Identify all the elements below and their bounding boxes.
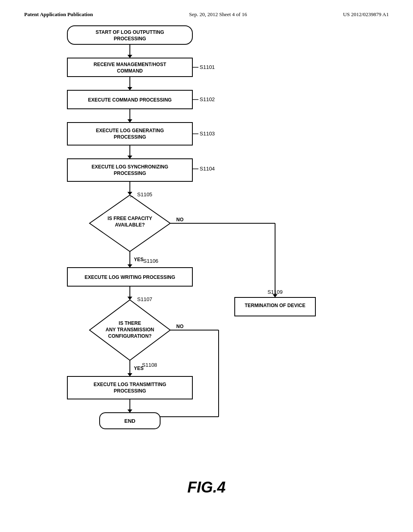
svg-text:S1102: S1102 bbox=[200, 96, 215, 102]
svg-text:NO: NO bbox=[176, 217, 184, 222]
svg-text:S1105: S1105 bbox=[137, 191, 152, 197]
svg-text:CONFIGURATION?: CONFIGURATION? bbox=[108, 333, 152, 339]
page-content: START OF LOG OUTPUTTING PROCESSING RECEI… bbox=[0, 18, 413, 496]
svg-text:S1109: S1109 bbox=[267, 289, 283, 295]
svg-marker-4 bbox=[127, 55, 132, 58]
svg-text:PROCESSING: PROCESSING bbox=[114, 388, 146, 394]
svg-text:PROCESSING: PROCESSING bbox=[114, 134, 146, 140]
svg-text:ANY TRANSMISSION: ANY TRANSMISSION bbox=[106, 327, 154, 332]
svg-text:S1108: S1108 bbox=[142, 362, 157, 368]
header-publication-label: Patent Application Publication bbox=[24, 11, 93, 18]
svg-marker-40 bbox=[127, 264, 132, 268]
svg-marker-17 bbox=[127, 119, 132, 123]
header-date-sheet: Sep. 20, 2012 Sheet 4 of 16 bbox=[189, 11, 247, 18]
svg-rect-18 bbox=[67, 123, 192, 145]
svg-text:START OF LOG OUTPUTTING: START OF LOG OUTPUTTING bbox=[96, 29, 164, 35]
svg-text:PROCESSING: PROCESSING bbox=[114, 170, 146, 176]
svg-text:EXECUTE COMMAND PROCESSING: EXECUTE COMMAND PROCESSING bbox=[88, 97, 171, 103]
svg-text:TERMINATION OF DEVICE: TERMINATION OF DEVICE bbox=[245, 303, 305, 308]
svg-text:NO: NO bbox=[176, 324, 184, 329]
svg-text:S1101: S1101 bbox=[200, 64, 215, 70]
svg-text:IS THERE: IS THERE bbox=[119, 320, 141, 326]
svg-text:IS FREE CAPACITY: IS FREE CAPACITY bbox=[108, 216, 152, 221]
svg-text:S1106: S1106 bbox=[143, 258, 159, 264]
svg-text:YES: YES bbox=[134, 257, 144, 262]
flowchart-svg: START OF LOG OUTPUTTING PROCESSING RECEI… bbox=[25, 18, 372, 461]
svg-rect-5 bbox=[67, 58, 192, 77]
svg-text:COMMAND: COMMAND bbox=[117, 68, 143, 74]
svg-text:S1107: S1107 bbox=[137, 296, 152, 302]
figure-label: FIG.4 bbox=[12, 479, 401, 496]
page-header: Patent Application Publication Sep. 20, … bbox=[0, 0, 413, 18]
svg-rect-0 bbox=[67, 26, 192, 44]
svg-marker-11 bbox=[127, 87, 132, 90]
svg-marker-25 bbox=[127, 156, 132, 159]
svg-text:EXECUTE LOG GENERATING: EXECUTE LOG GENERATING bbox=[96, 128, 164, 133]
svg-text:EXECUTE LOG WRITING PROCESSING: EXECUTE LOG WRITING PROCESSING bbox=[85, 274, 175, 280]
svg-text:END: END bbox=[124, 418, 135, 424]
svg-marker-58 bbox=[127, 373, 132, 376]
svg-rect-26 bbox=[67, 159, 192, 181]
svg-rect-64 bbox=[67, 376, 192, 399]
svg-marker-68 bbox=[127, 409, 132, 413]
svg-text:EXECUTE LOG TRANSMITTING: EXECUTE LOG TRANSMITTING bbox=[94, 382, 166, 387]
svg-text:EXECUTE LOG SYNCHRONIZING: EXECUTE LOG SYNCHRONIZING bbox=[92, 164, 168, 170]
header-patent-number: US 2012/0239879 A1 bbox=[343, 11, 389, 18]
svg-text:S1103: S1103 bbox=[200, 131, 215, 137]
svg-text:PROCESSING: PROCESSING bbox=[114, 36, 146, 42]
svg-text:S1104: S1104 bbox=[200, 166, 215, 172]
svg-text:RECEIVE MANAGEMENT/HOST: RECEIVE MANAGEMENT/HOST bbox=[94, 62, 167, 67]
flowchart-diagram: START OF LOG OUTPUTTING PROCESSING RECEI… bbox=[25, 18, 388, 463]
svg-text:AVAILABLE?: AVAILABLE? bbox=[115, 222, 145, 228]
